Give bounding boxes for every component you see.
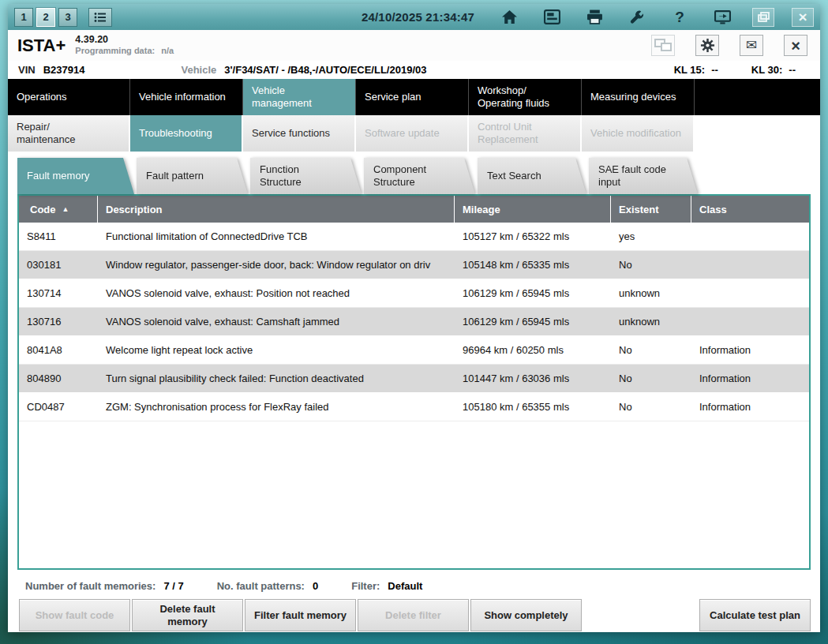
cell-existent: No — [611, 373, 691, 384]
kl15-label: KL 15: — [674, 64, 706, 76]
kl30-label: KL 30: — [751, 64, 783, 76]
folder-tab-wrap: Component Structure — [364, 158, 475, 194]
dual-display-icon — [654, 39, 672, 52]
main-tab-operations[interactable]: Operations — [8, 79, 130, 115]
app-version: 4.39.20 — [75, 34, 174, 47]
vehicle-label: Vehicle — [181, 64, 216, 76]
diagnostic-device-button[interactable] — [542, 9, 561, 26]
folder-tab-wrap: Fault pattern — [137, 158, 248, 194]
help-button[interactable]: ? — [670, 9, 689, 26]
vin-bar: VIN B237914 Vehicle 3'/F34/SAT/ - /B48,-… — [8, 61, 820, 79]
ista-window: 1 2 3 24/10/2025 21:34:47 — [8, 4, 820, 632]
main-tab-vehicle-management[interactable]: Vehicle management — [243, 79, 356, 115]
sub-tab-service-functions[interactable]: Service functions — [243, 115, 356, 152]
help-icon: ? — [675, 9, 684, 26]
column-header-mileage[interactable]: Mileage — [455, 196, 611, 223]
tab-text-search[interactable]: Text Search — [478, 158, 586, 194]
main-tab-vehicle-information[interactable]: Vehicle information — [130, 79, 243, 115]
appbar-icons: ✉ × — [651, 35, 807, 56]
cell-existent: unknown — [611, 287, 691, 299]
tab-sae-fault-code-input[interactable]: SAE fault code input — [589, 158, 698, 194]
fault-table-body: S8411Functional limitation of ConnectedD… — [19, 223, 809, 421]
main-nav: OperationsVehicle informationVehicle man… — [8, 79, 820, 115]
folder-tab-wrap: SAE fault code input — [589, 158, 698, 194]
app-meta: 4.39.20 Programming data:n/a — [75, 34, 174, 57]
delete-filter-button: Delete filter — [358, 599, 469, 631]
filter-fault-memory-button[interactable]: Filter fault memory — [245, 599, 356, 631]
dual-display-button — [651, 35, 675, 56]
table-row-030181[interactable]: 030181Window regulator, passenger-side d… — [19, 251, 809, 279]
delete-fault-memory-button[interactable]: Delete fault memory — [132, 599, 243, 631]
column-header-description-label: Description — [106, 204, 163, 215]
tab-function-structure[interactable]: Function Structure — [250, 158, 362, 194]
restore-window-button[interactable] — [752, 8, 774, 27]
session-list-button[interactable] — [88, 8, 112, 27]
fault-memories-value: 7 / 7 — [163, 580, 183, 592]
messages-button[interactable]: ✉ — [740, 35, 763, 56]
folder-tab-wrap: Text Search — [478, 158, 586, 194]
close-session-button[interactable]: × — [784, 35, 807, 56]
home-button[interactable] — [500, 9, 519, 26]
main-tab-workshop-operating-fluids[interactable]: Workshop/ Operating fluids — [469, 79, 582, 115]
cell-description: Functional limitation of ConnectedDrive … — [98, 230, 455, 242]
main-tab-measuring-devices[interactable]: Measuring devices — [582, 79, 695, 115]
tab-fault-pattern[interactable]: Fault pattern — [137, 158, 248, 194]
wrench-icon — [629, 9, 645, 25]
settings-button[interactable] — [695, 35, 719, 56]
table-row-8041a8[interactable]: 8041A8Welcome light repeat lock active96… — [19, 336, 809, 365]
table-row-130716[interactable]: 130716VANOS solenoid valve, exhaust: Cam… — [19, 308, 809, 336]
fault-tab-strip: Fault memoryFault patternFunction Struct… — [8, 158, 820, 194]
programming-data-value: n/a — [161, 46, 174, 55]
cell-mileage: 101447 km / 63036 mls — [455, 373, 611, 384]
show-completely-button[interactable]: Show completely — [470, 599, 582, 631]
folder-tab-wrap: Fault memory — [17, 158, 134, 194]
column-header-description[interactable]: Description — [98, 196, 455, 223]
fault-memories-label: Number of fault memories: — [25, 580, 155, 592]
tab-fault-memory[interactable]: Fault memory — [17, 158, 134, 194]
cell-code: CD0487 — [19, 401, 98, 413]
cell-code: S8411 — [19, 230, 98, 242]
show-fault-code-button: Show fault code — [19, 599, 130, 631]
cell-class: Information — [691, 344, 809, 356]
cell-mileage: 105127 km / 65322 mls — [455, 230, 611, 242]
table-row-s8411[interactable]: S8411Functional limitation of ConnectedD… — [19, 223, 809, 251]
fault-patterns-value: 0 — [313, 580, 318, 592]
cell-description: Turn signal plausibility check failed: F… — [98, 373, 455, 384]
page-3-button[interactable]: 3 — [58, 8, 77, 27]
column-header-class[interactable]: Class — [691, 196, 809, 223]
table-row-804890[interactable]: 804890Turn signal plausibility check fai… — [19, 365, 809, 393]
cell-description: VANOS solenoid valve, exhaust: Position … — [98, 287, 455, 299]
sub-tab-vehicle-modification: Vehicle modification — [582, 115, 695, 152]
sub-tab-repair-maintenance[interactable]: Repair/ maintenance — [8, 115, 130, 152]
settings-tools-button[interactable] — [628, 9, 646, 26]
mail-icon: ✉ — [746, 37, 757, 54]
diagnostic-device-icon — [544, 9, 560, 24]
page-1-button[interactable]: 1 — [14, 8, 33, 27]
column-header-existent[interactable]: Existent — [611, 196, 691, 223]
screen-export-icon — [714, 9, 731, 24]
close-window-button[interactable]: × — [792, 8, 814, 27]
cell-description: Welcome light repeat lock active — [98, 344, 455, 356]
cell-mileage: 105148 km / 65335 mls — [455, 259, 611, 271]
status-bar: Number of fault memories: 7 / 7 No. faul… — [8, 570, 820, 592]
print-button[interactable] — [585, 9, 604, 26]
table-row-cd0487[interactable]: CD0487ZGM: Synchronisation process for F… — [19, 393, 809, 421]
calculate-test-plan-button[interactable]: Calculate test plan — [699, 599, 811, 631]
filter-label: Filter: — [351, 580, 380, 592]
cell-class: Information — [691, 401, 809, 413]
table-row-130714[interactable]: 130714VANOS solenoid valve, exhaust: Pos… — [19, 279, 809, 308]
tab-component-structure[interactable]: Component Structure — [364, 158, 475, 194]
cell-code: 030181 — [19, 259, 98, 271]
action-bar-spacer — [583, 599, 698, 631]
main-tab-service-plan[interactable]: Service plan — [356, 79, 469, 115]
vin-label: VIN — [18, 64, 36, 76]
kl30-status: KL 30:-- — [751, 64, 796, 76]
action-bar: Show fault codeDelete fault memoryFilter… — [8, 592, 820, 631]
screen-export-button[interactable] — [713, 9, 732, 26]
main-nav-filler — [695, 79, 820, 115]
column-header-code[interactable]: Code ▲ — [19, 196, 98, 223]
sub-tab-troubleshooting[interactable]: Troubleshooting — [130, 115, 243, 152]
close-icon: × — [798, 9, 807, 26]
page-2-button[interactable]: 2 — [36, 8, 55, 27]
cell-existent: yes — [611, 230, 691, 242]
